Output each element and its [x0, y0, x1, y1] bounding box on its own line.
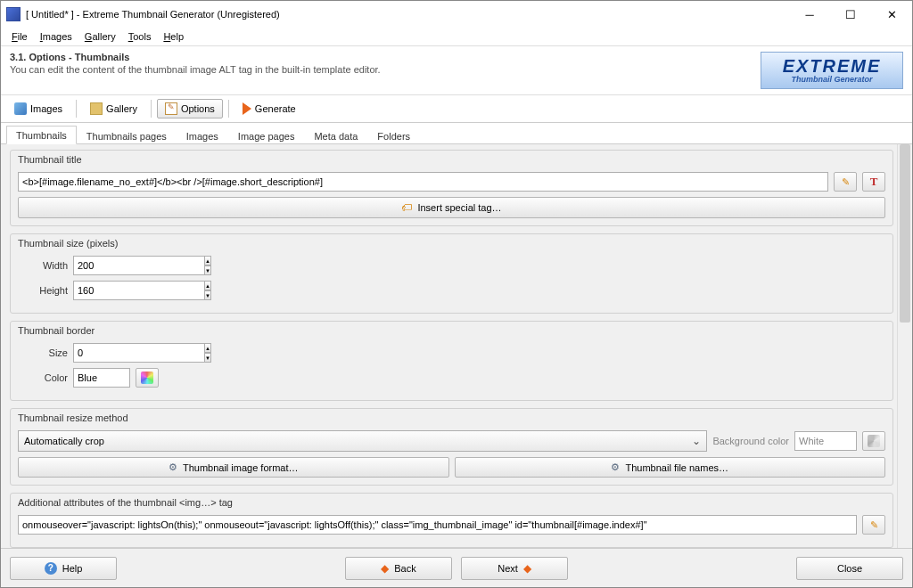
spin-up[interactable]: ▲ — [204, 256, 211, 265]
sub-tabs: Thumbnails Thumbnails pages Images Image… — [1, 123, 912, 144]
help-button[interactable]: ?Help — [10, 557, 117, 580]
height-input[interactable] — [73, 281, 204, 300]
palette-icon — [868, 435, 880, 447]
scrollbar-thumb[interactable] — [900, 144, 910, 323]
spin-up[interactable]: ▲ — [204, 343, 211, 353]
back-button[interactable]: ◆Back — [345, 557, 452, 580]
close-window-button[interactable]: Close — [796, 557, 903, 580]
width-label: Width — [18, 260, 68, 271]
tab-gallery[interactable]: Gallery — [82, 99, 145, 118]
help-icon: ? — [45, 562, 57, 575]
scrollbar[interactable] — [897, 144, 912, 548]
brand-logo: EXTREME Thumbnail Generator — [761, 52, 903, 89]
tab-options[interactable]: Options — [157, 99, 223, 118]
group-additional-attributes: Additional attributes of the thumbnail <… — [10, 493, 893, 548]
border-size-input[interactable] — [73, 343, 204, 363]
spin-down[interactable]: ▼ — [204, 353, 211, 363]
footer: ?Help ◆Back Next◆ Close — [1, 548, 912, 587]
tag-icon: 🏷 — [401, 201, 412, 214]
thumbnail-image-format-button[interactable]: ⚙Thumbnail image format… — [18, 457, 449, 478]
separator — [76, 100, 77, 118]
group-resize-method: Thumbnail resize method Automatically cr… — [10, 408, 893, 486]
tab-images[interactable]: Images — [6, 99, 70, 118]
app-icon — [6, 7, 21, 21]
arrow-left-icon: ◆ — [381, 562, 389, 575]
tab-generate[interactable]: Generate — [234, 99, 304, 118]
gear-icon: ⚙ — [169, 461, 177, 473]
width-spinner[interactable]: ▲▼ — [73, 256, 144, 275]
gear-icon: ⚙ — [611, 461, 620, 473]
edit-icon: ✎ — [842, 176, 850, 188]
subtab-image-pages[interactable]: Image pages — [228, 127, 305, 144]
separator — [228, 100, 229, 118]
page-title: 3.1. Options - Thumbnails — [10, 52, 761, 62]
menu-help[interactable]: Help — [158, 29, 189, 44]
close-button[interactable]: ✕ — [871, 1, 912, 28]
thumbnail-title-input[interactable] — [18, 172, 828, 192]
arrow-right-icon: ◆ — [523, 562, 531, 575]
titlebar: [ Untitled* ] - Extreme Thumbnail Genera… — [1, 1, 912, 28]
menu-file[interactable]: File — [6, 29, 33, 44]
menu-gallery[interactable]: Gallery — [79, 29, 121, 44]
spin-down[interactable]: ▼ — [204, 290, 211, 300]
resize-method-select[interactable]: Automatically crop — [18, 430, 707, 452]
group-label: Additional attributes of the thumbnail <… — [11, 494, 892, 511]
border-color-input[interactable] — [73, 368, 130, 388]
options-panel: Thumbnail title ✎ T 🏷Insert special tag…… — [1, 144, 897, 548]
group-label: Thumbnail title — [11, 151, 892, 168]
separator — [151, 100, 152, 118]
minimize-button[interactable]: ─ — [789, 1, 830, 28]
group-label: Thumbnail resize method — [11, 409, 892, 427]
subtab-images[interactable]: Images — [177, 127, 228, 144]
palette-icon — [141, 372, 153, 384]
main-toolbar: Images Gallery Options Generate — [1, 95, 912, 123]
edit-title-button[interactable]: ✎ — [834, 172, 857, 192]
menu-images[interactable]: Images — [35, 29, 78, 44]
color-picker-button[interactable] — [136, 368, 159, 388]
border-size-label: Size — [18, 347, 68, 358]
page-subtitle: You can edit the content of the thumbnai… — [10, 64, 761, 75]
group-label: Thumbnail border — [11, 322, 892, 339]
group-thumbnail-border: Thumbnail border Size ▲▼ Color — [10, 321, 893, 401]
font-icon: T — [870, 175, 878, 189]
generate-icon — [243, 102, 251, 115]
border-size-spinner[interactable]: ▲▼ — [73, 343, 144, 363]
spin-up[interactable]: ▲ — [204, 281, 211, 290]
bg-color-input — [794, 431, 857, 451]
next-button[interactable]: Next◆ — [461, 557, 568, 580]
group-thumbnail-size: Thumbnail size (pixels) Width ▲▼ Height … — [10, 233, 893, 314]
insert-special-tag-button[interactable]: 🏷Insert special tag… — [18, 197, 885, 218]
edit-attributes-button[interactable]: ✎ — [862, 515, 885, 535]
img-attributes-input[interactable] — [18, 515, 857, 535]
window-title: [ Untitled* ] - Extreme Thumbnail Genera… — [26, 9, 789, 20]
bg-color-picker-button — [862, 431, 885, 451]
font-button[interactable]: T — [862, 172, 885, 192]
edit-icon: ✎ — [870, 519, 878, 531]
thumbnail-file-names-button[interactable]: ⚙Thumbnail file names… — [455, 457, 886, 478]
header: 3.1. Options - Thumbnails You can edit t… — [1, 45, 912, 95]
subtab-thumbnails-pages[interactable]: Thumbnails pages — [77, 127, 177, 144]
subtab-meta-data[interactable]: Meta data — [304, 127, 367, 144]
group-label: Thumbnail size (pixels) — [11, 234, 892, 252]
subtab-folders[interactable]: Folders — [367, 127, 420, 144]
menu-tools[interactable]: Tools — [123, 29, 157, 44]
border-color-label: Color — [18, 372, 68, 383]
gallery-icon — [90, 102, 103, 115]
images-icon — [14, 102, 27, 115]
height-label: Height — [18, 285, 68, 296]
maximize-button[interactable]: ☐ — [830, 1, 871, 28]
width-input[interactable] — [73, 256, 204, 275]
spin-down[interactable]: ▼ — [204, 265, 211, 275]
subtab-thumbnails[interactable]: Thumbnails — [6, 126, 77, 144]
bg-color-label: Background color — [712, 436, 789, 446]
height-spinner[interactable]: ▲▼ — [73, 281, 144, 300]
group-thumbnail-title: Thumbnail title ✎ T 🏷Insert special tag… — [10, 150, 893, 226]
options-icon — [165, 102, 177, 115]
menubar: File Images Gallery Tools Help — [1, 28, 912, 45]
